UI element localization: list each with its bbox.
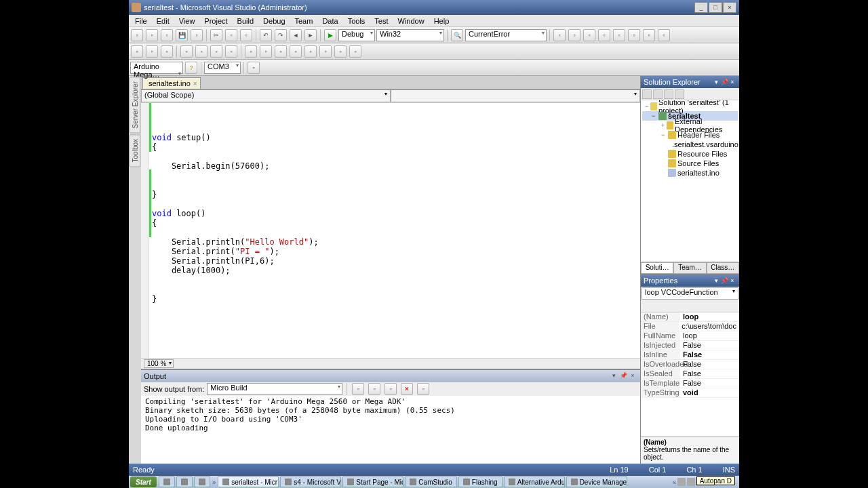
menu-build[interactable]: Build — [233, 16, 258, 26]
prop-row[interactable]: TypeStringvoid — [641, 388, 739, 398]
taskbar-item-flashing[interactable]: Flashing — [458, 476, 502, 487]
port-dropdown[interactable]: COM3 — [204, 62, 241, 74]
bookmark-next-button[interactable]: ▫ — [161, 45, 173, 58]
tool-d[interactable]: ▫ — [598, 29, 610, 41]
start-button[interactable]: Start — [130, 476, 157, 487]
zoom-dropdown[interactable]: 100 % — [144, 359, 174, 368]
minimize-button[interactable]: _ — [694, 2, 708, 13]
board-dropdown[interactable]: Arduino Mega… — [130, 62, 183, 74]
undo-button[interactable]: ↶ — [260, 29, 272, 41]
tb-h[interactable]: ▫ — [349, 45, 361, 58]
file-serialtest-ino[interactable]: serialtest.ino — [642, 168, 738, 178]
properties-grid[interactable]: (Name)loopFilec:\users\tom\docFullNamelo… — [641, 312, 739, 436]
prop-row[interactable]: IsInlineFalse — [641, 350, 739, 360]
output-close-icon[interactable]: × — [628, 372, 637, 380]
error-scope-dropdown[interactable]: CurrentError — [465, 29, 547, 41]
tb-f[interactable]: ▫ — [319, 45, 332, 58]
tb-b[interactable]: ▫ — [260, 45, 272, 58]
tab-team-explorer[interactable]: Team… — [673, 262, 706, 274]
prop-row[interactable]: IsInjectedFalse — [641, 341, 739, 350]
tray-icon[interactable] — [677, 478, 686, 486]
tb-d[interactable]: ▫ — [290, 45, 302, 58]
menu-view[interactable]: View — [174, 16, 200, 26]
tab-solution-explorer[interactable]: Soluti… — [641, 262, 673, 274]
toolbox-tab[interactable]: Toolbox — [130, 134, 140, 167]
file-vsarduino-h[interactable]: .serialtest.vsarduino.h — [642, 140, 738, 149]
copy-button[interactable]: ▫ — [225, 29, 237, 41]
indent-inc-button[interactable]: ▫ — [195, 45, 208, 58]
folder-source-files[interactable]: Source Files — [642, 159, 738, 168]
close-button[interactable]: × — [723, 2, 736, 13]
open-button[interactable]: ▫ — [161, 29, 173, 41]
menu-tools[interactable]: Tools — [343, 16, 370, 26]
file-tab-serialtest[interactable]: serialtest.ino × — [142, 77, 201, 89]
prop-row[interactable]: (Name)loop — [641, 312, 739, 322]
taskbar-item-s4[interactable]: s4 - Microsoft Visu… — [280, 476, 341, 487]
board-info-button[interactable]: ? — [185, 62, 197, 74]
panel-close-icon[interactable]: × — [728, 79, 736, 85]
taskbar-item-startpage[interactable]: Start Page - Micros… — [342, 476, 403, 487]
taskbar-item-camstudio[interactable]: CamStudio — [405, 476, 456, 487]
taskbar-item-alt-arduino[interactable]: Alternative Ardu… — [504, 476, 565, 487]
indent-dec-button[interactable]: ▫ — [180, 45, 193, 58]
nav-fwd-button[interactable]: ► — [304, 29, 317, 41]
panel-pin-icon[interactable]: 📌 — [720, 79, 728, 85]
quicklaunch[interactable] — [194, 476, 210, 487]
tool-f[interactable]: ▫ — [628, 29, 640, 41]
configuration-dropdown[interactable]: Debug — [338, 29, 375, 41]
tool-g[interactable]: ▫ — [643, 29, 655, 41]
output-prev-button[interactable]: ▫ — [368, 383, 380, 395]
prop-row[interactable]: FullNameloop — [641, 331, 739, 341]
upload-button[interactable]: ▫ — [248, 62, 260, 74]
nav-back-button[interactable]: ◄ — [290, 29, 302, 41]
menu-file[interactable]: File — [130, 16, 152, 26]
paste-button[interactable]: ▫ — [240, 29, 252, 41]
prop-row[interactable]: IsTemplateFalse — [641, 379, 739, 388]
prop-dropdown-icon[interactable]: ▾ — [712, 277, 720, 284]
bookmark-prev-button[interactable]: ▫ — [146, 45, 158, 58]
uncomment-button[interactable]: ▫ — [225, 45, 237, 58]
menu-debug[interactable]: Debug — [258, 16, 290, 26]
menu-help[interactable]: Help — [429, 16, 454, 26]
new-project-button[interactable]: ▫ — [131, 29, 143, 41]
prop-row[interactable]: Filec:\users\tom\doc — [641, 322, 739, 331]
output-next-button[interactable]: ▫ — [384, 383, 397, 395]
member-dropdown[interactable] — [391, 89, 640, 102]
menu-project[interactable]: Project — [199, 16, 232, 26]
output-dropdown-icon[interactable]: ▾ — [609, 372, 618, 380]
save-all-button[interactable]: ▫ — [191, 29, 203, 41]
bookmark-button[interactable]: ▫ — [131, 45, 143, 58]
tool-e[interactable]: ▫ — [613, 29, 625, 41]
close-tab-icon[interactable]: × — [193, 80, 197, 87]
quicklaunch[interactable] — [159, 476, 175, 487]
prop-pin-icon[interactable]: 📌 — [720, 277, 728, 284]
tool-c[interactable]: ▫ — [583, 29, 595, 41]
redo-button[interactable]: ↷ — [275, 29, 287, 41]
code-editor[interactable]: ⊟void setup() { Serial.begin(57600); } ⊟… — [141, 103, 640, 358]
tb-g[interactable]: ▫ — [334, 45, 347, 58]
sol-tool-a[interactable] — [642, 89, 652, 99]
tb-a[interactable]: ▫ — [245, 45, 257, 58]
output-text[interactable]: Compiling 'serialtest' for 'Arduino Mega… — [141, 396, 640, 464]
maximize-button[interactable]: □ — [709, 2, 722, 13]
menu-window[interactable]: Window — [393, 16, 429, 26]
folder-external-deps[interactable]: +External Dependencies — [642, 121, 738, 130]
tray-icon[interactable] — [687, 478, 695, 486]
taskbar-item-device-manager[interactable]: Device Manager — [566, 476, 627, 487]
output-wrap-button[interactable]: ▫ — [417, 383, 429, 395]
sol-tool-c[interactable] — [664, 89, 673, 99]
prop-row[interactable]: IsOverloadedFalse — [641, 360, 739, 369]
tab-class-view[interactable]: Class… — [707, 262, 739, 274]
platform-dropdown[interactable]: Win32 — [376, 29, 444, 41]
code-body[interactable]: ⊟void setup() { Serial.begin(57600); } ⊟… — [149, 103, 640, 358]
prop-close-icon[interactable]: × — [728, 277, 736, 284]
prop-row[interactable]: IsSealedFalse — [641, 369, 739, 379]
menu-edit[interactable]: Edit — [152, 16, 174, 26]
add-item-button[interactable]: ▫ — [146, 29, 158, 41]
properties-object-dropdown[interactable]: loop VCCodeFunction — [642, 287, 738, 300]
folder-resource-files[interactable]: Resource Files — [642, 149, 738, 159]
quicklaunch[interactable] — [176, 476, 193, 487]
menu-test[interactable]: Test — [370, 16, 393, 26]
tb-c[interactable]: ▫ — [275, 45, 287, 58]
tool-b[interactable]: ▫ — [568, 29, 580, 41]
